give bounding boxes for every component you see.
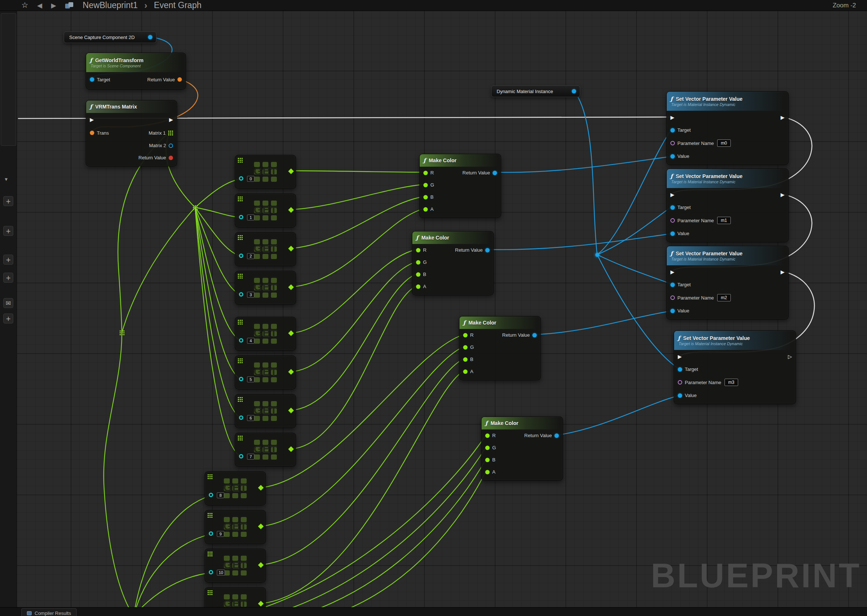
exec-in-pin[interactable]: ▶ xyxy=(678,354,682,359)
value-pin[interactable] xyxy=(670,154,675,159)
breadcrumb-page[interactable]: Event Graph xyxy=(154,0,201,10)
expand-caret-icon[interactable]: ▾ xyxy=(5,176,8,182)
target-pin[interactable] xyxy=(678,367,682,372)
target-pin[interactable] xyxy=(670,128,675,132)
parameter-name-pin[interactable] xyxy=(670,295,675,300)
parameter-name-pin[interactable] xyxy=(670,218,675,223)
index-value[interactable]: 7 xyxy=(247,454,254,460)
forward-icon[interactable]: ▶ xyxy=(51,2,56,9)
index-pin[interactable] xyxy=(239,415,243,420)
exec-in-pin[interactable]: ▶ xyxy=(90,117,94,122)
add-button[interactable]: + xyxy=(3,226,13,236)
make-color-node-1[interactable]: ƒ Make Color R Return Value G B A xyxy=(419,154,501,218)
return-value-pin[interactable] xyxy=(532,333,537,338)
g-pin[interactable] xyxy=(416,260,420,265)
graph-canvas[interactable]: BLUEPRINT Scene Capture Component 2D Dyn… xyxy=(17,11,867,607)
add-button[interactable]: + xyxy=(3,314,13,324)
get-world-transform-node[interactable]: ƒ GetWorldTransform Target is Scene Comp… xyxy=(86,53,186,90)
index-value[interactable]: 1 xyxy=(247,215,254,220)
exec-out-pin[interactable]: ▷ xyxy=(788,354,792,359)
b-pin[interactable] xyxy=(416,272,420,277)
exec-out-pin[interactable]: ▶ xyxy=(780,192,785,197)
index-value[interactable]: 9 xyxy=(217,531,224,537)
exec-out-pin[interactable]: ▶ xyxy=(169,117,173,122)
exec-out-pin[interactable]: ▶ xyxy=(780,115,785,120)
r-pin[interactable] xyxy=(423,171,428,175)
collapsed-panel[interactable] xyxy=(1,13,16,146)
g-pin[interactable] xyxy=(463,345,467,350)
index-value[interactable]: 0 xyxy=(247,176,254,182)
parameter-name-pin[interactable] xyxy=(678,380,682,385)
variable-node-scene-capture[interactable]: Scene Capture Component 2D xyxy=(64,31,156,43)
index-value[interactable]: 5 xyxy=(247,376,254,382)
back-icon[interactable]: ◀ xyxy=(37,2,42,9)
array-get-node-9[interactable]: GET 9 xyxy=(205,510,266,544)
index-pin[interactable] xyxy=(209,570,213,574)
return-value-pin[interactable] xyxy=(493,171,497,175)
target-pin[interactable] xyxy=(670,283,675,287)
trans-pin[interactable] xyxy=(90,130,94,135)
r-pin[interactable] xyxy=(416,248,420,253)
set-vector-parameter-node-4[interactable]: ƒ Set Vector Parameter Value Target is M… xyxy=(674,330,796,404)
index-value[interactable]: 6 xyxy=(247,415,254,421)
parameter-name-input[interactable]: m2 xyxy=(717,294,731,302)
a-pin[interactable] xyxy=(485,470,489,474)
parameter-name-input[interactable]: m1 xyxy=(717,217,731,224)
return-value-pin[interactable] xyxy=(554,434,559,438)
index-pin[interactable] xyxy=(209,531,213,536)
return-value-pin[interactable] xyxy=(178,77,182,82)
return-value-pin[interactable] xyxy=(168,156,173,160)
array-get-node-7[interactable]: GET 7 xyxy=(235,433,296,467)
index-pin[interactable] xyxy=(239,253,243,258)
add-button[interactable]: + xyxy=(3,255,13,265)
index-value[interactable]: 3 xyxy=(247,292,254,298)
exec-in-pin[interactable]: ▶ xyxy=(670,192,675,197)
b-pin[interactable] xyxy=(485,458,489,462)
output-pin[interactable] xyxy=(148,35,153,39)
parameter-name-input[interactable]: m3 xyxy=(725,379,738,386)
index-value[interactable]: 4 xyxy=(247,338,254,344)
exec-out-pin[interactable]: ▶ xyxy=(780,269,785,275)
matrix-array-pin[interactable] xyxy=(168,130,173,135)
array-get-node-3[interactable]: GET 3 xyxy=(235,271,296,305)
index-value[interactable]: 2 xyxy=(247,253,254,259)
set-vector-parameter-node-1[interactable]: ƒ Set Vector Parameter Value Target is M… xyxy=(666,91,788,165)
g-pin[interactable] xyxy=(485,446,489,450)
add-button[interactable]: + xyxy=(3,273,13,283)
index-pin[interactable] xyxy=(239,338,243,343)
exec-in-pin[interactable]: ▶ xyxy=(670,269,675,275)
add-button[interactable]: + xyxy=(3,196,13,206)
reroute-node[interactable] xyxy=(595,253,600,257)
array-get-node-11[interactable]: GET 11 xyxy=(205,587,266,607)
r-pin[interactable] xyxy=(485,434,489,438)
array-get-node-1[interactable]: GET 1 xyxy=(235,193,296,228)
target-pin[interactable] xyxy=(670,205,675,210)
array-get-node-2[interactable]: GET 2 xyxy=(235,232,296,266)
target-pin[interactable] xyxy=(90,77,94,82)
r-pin[interactable] xyxy=(463,333,467,338)
reroute-node[interactable] xyxy=(193,205,198,210)
parameter-name-input[interactable]: m0 xyxy=(717,140,731,147)
g-pin[interactable] xyxy=(423,183,428,187)
index-pin[interactable] xyxy=(209,493,213,497)
parameter-name-pin[interactable] xyxy=(670,141,675,145)
array-get-node-6[interactable]: GET 6 xyxy=(235,394,296,428)
set-vector-parameter-node-3[interactable]: ƒ Set Vector Parameter Value Target is M… xyxy=(666,246,788,319)
value-pin[interactable] xyxy=(670,231,675,236)
index-pin[interactable] xyxy=(239,292,243,297)
make-color-node-4[interactable]: ƒ Make Color R Return Value G B A xyxy=(481,416,563,481)
array-get-node-5[interactable]: GET 5 xyxy=(235,355,296,389)
array-get-node-4[interactable]: GET 4 xyxy=(235,317,296,351)
value-pin[interactable] xyxy=(678,393,682,398)
vrm-trans-matrix-node[interactable]: ƒ VRMTrans Matrix ▶ ▶ Trans Matrix 1 Mat… xyxy=(86,100,177,166)
return-value-pin[interactable] xyxy=(485,248,489,253)
b-pin[interactable] xyxy=(423,195,428,200)
index-pin[interactable] xyxy=(239,377,243,381)
breadcrumb-root[interactable]: NewBlueprint1 xyxy=(83,0,138,10)
exec-in-pin[interactable]: ▶ xyxy=(670,115,675,120)
index-value[interactable]: 10 xyxy=(217,570,225,575)
output-pin[interactable] xyxy=(572,89,576,93)
array-get-node-10[interactable]: GET 10 xyxy=(205,548,266,583)
b-pin[interactable] xyxy=(463,357,467,362)
index-value[interactable]: 8 xyxy=(217,492,224,498)
